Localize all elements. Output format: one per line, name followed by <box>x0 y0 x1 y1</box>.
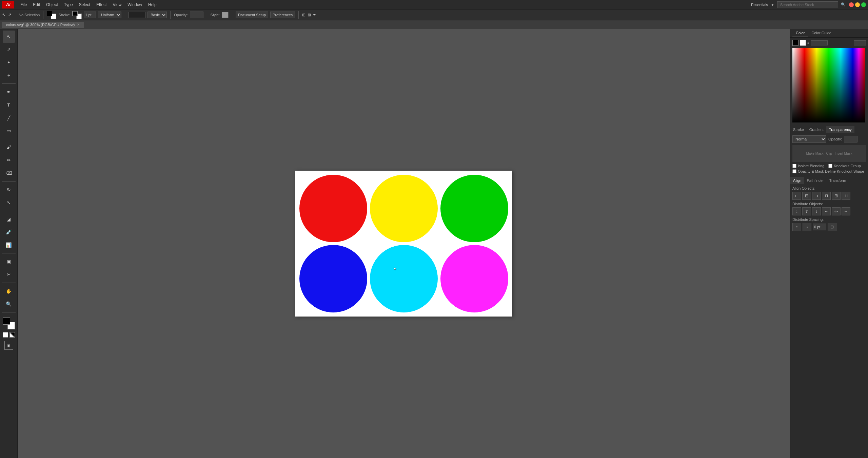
tab-bar: colors.svg* @ 300% (RGB/GPU Preview) ✕ <box>0 20 868 29</box>
opacity-input[interactable]: 100% <box>844 136 857 142</box>
direct-selection-tool[interactable]: ↗ <box>3 43 15 56</box>
selection-tool[interactable]: ↖ <box>3 31 15 43</box>
sub-panel-tabs: Stroke Gradient Transparency <box>790 126 868 133</box>
tab-stroke[interactable]: Stroke <box>790 126 807 133</box>
fg-chip[interactable] <box>47 11 52 16</box>
blend-mode-select[interactable]: Normal Multiply Screen Overlay <box>792 135 826 143</box>
opacity-input[interactable]: 100% <box>190 12 203 18</box>
dist-bottom-button[interactable]: ↓ <box>812 207 821 215</box>
chart-tool[interactable]: 📊 <box>3 239 15 251</box>
divider <box>125 11 125 19</box>
magic-wand-tool[interactable]: ✦ <box>3 56 15 69</box>
align-right-button[interactable]: ⊐ <box>812 192 821 200</box>
yellow-circle[interactable] <box>370 175 438 242</box>
dist-right-button[interactable]: → <box>842 207 850 215</box>
cyan-circle[interactable] <box>370 245 438 312</box>
document-setup-button[interactable]: Document Setup <box>236 12 268 18</box>
dist-h-center-button[interactable]: ⇔ <box>832 207 841 215</box>
hex-input[interactable]: 000000 <box>811 40 828 45</box>
gradient-chip[interactable] <box>9 332 15 338</box>
menu-view[interactable]: View <box>110 1 124 8</box>
eyedropper-tool[interactable]: 💉 <box>3 226 15 238</box>
dash-type-select[interactable]: Basic <box>147 12 167 18</box>
document-tab[interactable]: colors.svg* @ 300% (RGB/GPU Preview) ✕ <box>2 22 84 28</box>
line-tool[interactable]: ╱ <box>3 112 15 124</box>
none-chip[interactable] <box>3 332 8 338</box>
menu-object[interactable]: Object <box>43 1 61 8</box>
menu-file[interactable]: File <box>18 1 29 8</box>
search-icon: 🔍 <box>841 2 846 7</box>
menu-effect[interactable]: Effect <box>94 1 109 8</box>
canvas-area[interactable] <box>18 29 790 458</box>
search-stock-input[interactable] <box>777 1 838 8</box>
tab-gradient[interactable]: Gradient <box>807 126 826 133</box>
isolate-blend-checkbox[interactable] <box>792 164 796 168</box>
red-circle[interactable] <box>299 175 367 242</box>
doc-tab-label: colors.svg* @ 300% (RGB/GPU Preview) <box>6 23 75 27</box>
tab-align[interactable]: Align <box>790 177 804 184</box>
fg-bg-color-indicator[interactable] <box>3 317 15 329</box>
align-top-button[interactable]: ⊓ <box>822 192 831 200</box>
white-swatch[interactable] <box>800 40 806 46</box>
dist-top-button[interactable]: ↨ <box>792 207 801 215</box>
shape-tool[interactable]: ▭ <box>3 125 15 137</box>
align-center-h-button[interactable]: ⊟ <box>802 192 811 200</box>
stroke-fg-chip[interactable] <box>72 11 78 16</box>
menu-type[interactable]: Type <box>61 1 76 8</box>
pencil-tool[interactable]: ✏ <box>3 154 15 166</box>
align-left-button[interactable]: ⊏ <box>792 192 801 200</box>
paintbrush-tool[interactable]: 🖌 <box>3 141 15 153</box>
scale-tool[interactable]: ⤡ <box>3 196 15 209</box>
dist-spacing-v-button[interactable]: ↕ <box>792 223 801 231</box>
gradient-tool[interactable]: ◪ <box>3 213 15 225</box>
blue-circle[interactable] <box>299 245 367 312</box>
tab-transform[interactable]: Transform <box>827 177 849 184</box>
black-swatch[interactable] <box>792 40 798 46</box>
eraser-tool[interactable]: ⌫ <box>3 167 15 179</box>
foreground-color-chip[interactable] <box>3 317 10 325</box>
type-tool[interactable]: T <box>3 99 15 111</box>
dist-spacing-h-button[interactable]: ↔ <box>803 223 811 231</box>
artboard-tool[interactable]: ▣ <box>3 255 15 268</box>
dist-left-button[interactable]: ↔ <box>822 207 831 215</box>
green-circle[interactable] <box>440 175 508 242</box>
opacity-mask-checkbox[interactable] <box>792 169 796 173</box>
dist-spacing-input[interactable] <box>813 224 826 230</box>
knockout-group-label: Knockout Group <box>834 164 861 168</box>
menu-select[interactable]: Select <box>76 1 93 8</box>
lasso-tool[interactable]: ⌖ <box>3 69 15 81</box>
menu-edit[interactable]: Edit <box>30 1 43 8</box>
menu-help[interactable]: Help <box>145 1 159 8</box>
align-bottom-button[interactable]: ⊔ <box>842 192 850 200</box>
tab-transparency[interactable]: Transparency <box>826 126 854 133</box>
drawing-mode-indicator[interactable]: ▣ <box>4 341 13 350</box>
minimize-button[interactable] <box>855 2 860 7</box>
color-gradient-picker[interactable] <box>792 48 865 122</box>
pen-tool[interactable]: ✒ <box>3 86 15 98</box>
dist-v-center-button[interactable]: ⇕ <box>802 207 811 215</box>
zoom-tool[interactable]: 🔍 <box>3 298 15 310</box>
tab-color-guide[interactable]: Color Guide <box>808 29 835 37</box>
close-button[interactable] <box>849 2 854 7</box>
menu-window[interactable]: Window <box>125 1 145 8</box>
arrange-icon: ⊞ <box>302 13 305 17</box>
stroke-weight-input[interactable] <box>84 12 96 18</box>
magenta-circle[interactable] <box>440 245 508 312</box>
maximize-button[interactable] <box>861 2 866 7</box>
tab-pathfinder[interactable]: Pathfinder <box>804 177 826 184</box>
style-chip[interactable] <box>222 12 229 18</box>
align-to-button[interactable]: ⊟ <box>828 223 836 231</box>
tab-color[interactable]: Color <box>792 29 808 37</box>
percent-input[interactable]: 100% <box>854 40 866 45</box>
preferences-button[interactable]: Preferences <box>270 12 295 18</box>
hand-tool[interactable]: ✋ <box>3 285 15 297</box>
tab-close-icon[interactable]: ✕ <box>77 23 80 26</box>
right-panel: Color Color Guide # 000000 100% Stroke G… <box>790 29 868 458</box>
knockout-group-checkbox[interactable] <box>828 164 832 168</box>
align-objects-row: ⊏ ⊟ ⊐ ⊓ ⊞ ⊔ <box>792 192 866 200</box>
rotate-tool[interactable]: ↻ <box>3 184 15 196</box>
stroke-type-select[interactable]: Uniform <box>98 12 121 18</box>
align-center-v-button[interactable]: ⊞ <box>832 192 841 200</box>
slice-tool[interactable]: ✂ <box>3 268 15 281</box>
percent-row: 100% <box>854 40 866 45</box>
